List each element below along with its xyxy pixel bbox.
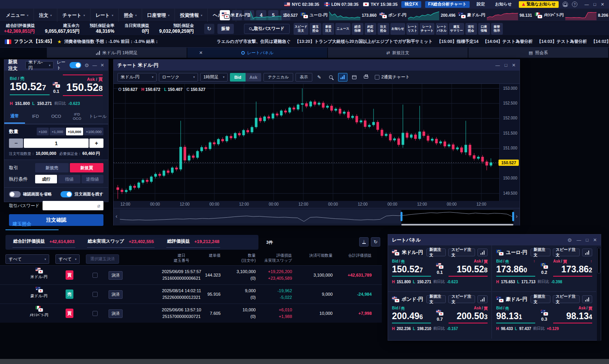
rate-ask-button[interactable]: Ask/買150.528 <box>449 259 488 277</box>
quick-button-14[interactable]: 振替指示 <box>491 23 503 35</box>
fx-analysis-chart-button[interactable]: FX総合分析チャート <box>425 1 470 8</box>
chart-restore-button[interactable]: □ <box>504 63 507 67</box>
zoom-magnifier-icon[interactable] <box>326 73 336 82</box>
rate-chart-icon-button[interactable] <box>477 295 488 303</box>
close-position-button[interactable]: 決済 <box>109 290 123 299</box>
transfer-button[interactable]: 振替 <box>217 24 234 34</box>
multiplier-button-1[interactable]: ×1,000 <box>50 128 65 135</box>
quick-button-4[interactable]: 経済指標 <box>352 23 363 35</box>
download-icon[interactable]: ↓ <box>359 237 369 247</box>
navigator-handle-right[interactable] <box>512 212 514 221</box>
scrollbar-thumb[interactable] <box>597 248 600 273</box>
new-order-button[interactable]: 新規注文 <box>426 295 446 303</box>
workspace-tab-0[interactable]: 米ドル-円 1時間足 <box>47 48 187 58</box>
speed-order-button[interactable]: スピード注文 <box>553 295 580 303</box>
menu-item-1[interactable]: 注文▾ <box>34 9 57 22</box>
password-input[interactable]: ø <box>43 201 103 210</box>
rate-toggle[interactable] <box>69 62 81 68</box>
trade-password-button[interactable]: 取引パスワード <box>244 24 290 34</box>
news-headline[interactable]: フランス【15:45】 <box>14 38 55 45</box>
chart-ask-button[interactable]: Ask <box>246 73 261 82</box>
chart-close-button[interactable]: ✕ <box>512 62 516 68</box>
rate-settings-gear-icon[interactable]: ⚙ <box>567 237 572 243</box>
multiplier-button-2[interactable]: ×10,000 <box>66 128 84 135</box>
settings-button[interactable]: 設定 <box>474 1 488 8</box>
ticker-0[interactable]: 米ドル-円150.527 <box>222 10 298 20</box>
time-axis[interactable]: 12:0000:0012:0000:0012:0000:0012:0000:00… <box>114 201 520 208</box>
news-lead[interactable]: 消費者物価指数 予想：-1.0% 前回：-1.0% 結果： <box>64 39 159 44</box>
quick-button-3[interactable]: ニュース <box>335 23 351 35</box>
rate-chart-icon-button[interactable] <box>582 295 593 303</box>
quantity-decrease-button[interactable]: − <box>9 138 23 148</box>
rate-bid-button[interactable]: Bid/売200.496 <box>392 306 431 323</box>
row-checkbox[interactable] <box>93 273 98 278</box>
navigator-left-arrow[interactable]: ‹ <box>116 213 118 219</box>
quick-button-5[interactable]: 約定照会 <box>365 23 376 35</box>
speed-order-button[interactable]: スピード注文 <box>448 295 475 303</box>
chart-window-titlebar[interactable]: チャート 米ドル-円 — □ ✕ <box>114 60 520 71</box>
emergency-notice-button[interactable]: 緊急なお知らせ <box>519 1 559 8</box>
speed-order-button[interactable]: スピード注文 <box>553 249 580 256</box>
ticker-1[interactable]: ユーロ-円173.860 <box>301 10 377 20</box>
chart-timeframe-select[interactable]: 1時間足▾ <box>200 73 228 82</box>
candlestick-plot[interactable] <box>114 84 499 201</box>
pair-filter-select[interactable]: すべて▾ <box>5 254 49 264</box>
quick-button-10[interactable]: レートパネル <box>436 23 448 35</box>
row-checkbox[interactable] <box>93 292 98 297</box>
rate-panel-titlebar[interactable]: レートパネル ⚙ — □ ✕ <box>388 234 601 245</box>
menu-item-3[interactable]: レート▾ <box>91 9 119 22</box>
quick-button-7[interactable]: お知らせ <box>390 23 406 35</box>
row-checkbox[interactable] <box>93 311 98 316</box>
order-type-tab-2[interactable]: OCO <box>46 109 66 124</box>
bell-icon[interactable] <box>563 2 568 7</box>
chart-bid-button[interactable]: Bid <box>230 73 246 82</box>
rate-minimize-button[interactable]: — <box>577 238 581 242</box>
refresh-icon[interactable]: ↻ <box>371 237 380 247</box>
standalone-fx-button[interactable]: 独立FX <box>401 1 421 8</box>
chart-mode-icon[interactable] <box>338 73 347 82</box>
quick-button-0[interactable]: スピード注文 <box>294 23 309 35</box>
workspace-tab-3[interactable]: ▤照会系 <box>468 48 609 58</box>
news-ticker-text[interactable]: ラエルのガザ市攻撃、住民は避難急ぐ 【13:20】トランプ大統領ら20カ国以上が… <box>217 39 609 44</box>
new-order-button[interactable]: 新規注文 <box>531 295 550 303</box>
chart-minimize-button[interactable]: — <box>495 63 500 67</box>
app-minimize-button[interactable]: — <box>584 2 589 7</box>
quick-button-9[interactable]: レートチャート <box>420 23 435 35</box>
display-button[interactable]: 表示 <box>296 73 312 82</box>
multiplier-button-3[interactable]: ×100,000 <box>84 128 103 135</box>
quick-button-12[interactable]: 現引照会 <box>465 23 477 35</box>
quick-button-2[interactable]: 新規注文 <box>322 23 334 35</box>
workspace-tab-2[interactable]: ⇄新規注文 <box>328 48 468 58</box>
quick-button-13[interactable]: 口座情報 <box>478 23 490 35</box>
exec-option-0[interactable]: 成行 <box>35 175 57 183</box>
order-pair-select[interactable]: 米ドル-円▾ <box>25 61 54 69</box>
chart-pair-select[interactable]: 米ドル-円▾ <box>118 73 157 82</box>
order-minimize-button[interactable]: — <box>93 63 97 67</box>
rate-chart-icon-button[interactable] <box>582 249 593 256</box>
new-order-button[interactable]: 新規注文 <box>426 249 446 256</box>
rate-bid-button[interactable]: Bid/売98.131 <box>496 306 535 323</box>
rate-bid-button[interactable]: Bid/売↑173.860 <box>496 259 535 277</box>
help-icon[interactable]: ? <box>572 2 577 7</box>
print-icon[interactable] <box>361 73 371 82</box>
keep-window-toggle[interactable] <box>61 191 72 197</box>
tab-close-icon[interactable]: ✕ <box>199 50 203 55</box>
new-buy-button[interactable]: 新規買 <box>70 163 103 172</box>
order-type-tab-0[interactable]: 通常 <box>4 109 25 124</box>
rate-ask-button[interactable]: Ask/買98.134 <box>553 306 592 323</box>
rate-chart-icon-button[interactable] <box>477 249 488 256</box>
calendar-icon[interactable] <box>350 73 359 82</box>
navigator-scroll-thumb[interactable] <box>401 224 513 226</box>
quick-button-6[interactable]: 注文照会 <box>378 23 389 35</box>
menu-item-4[interactable]: 照会▾ <box>119 9 142 22</box>
quantity-increase-button[interactable]: + <box>89 138 103 148</box>
rate-ask-button[interactable]: Ask/買200.503 <box>449 306 488 323</box>
multiplier-button-0[interactable]: ×100 <box>37 128 49 135</box>
exec-option-1[interactable]: 指値 <box>58 175 80 183</box>
new-sell-button[interactable]: 新規売 <box>35 163 69 172</box>
refresh-button[interactable]: ↻ <box>204 24 214 34</box>
ask-price-button[interactable]: Ask / 買 150.528 <box>63 75 103 96</box>
dual-chart-checkbox[interactable] <box>375 75 379 80</box>
rate-close-button[interactable]: ✕ <box>593 237 597 243</box>
rate-panel-scrollbar[interactable] <box>597 247 601 341</box>
